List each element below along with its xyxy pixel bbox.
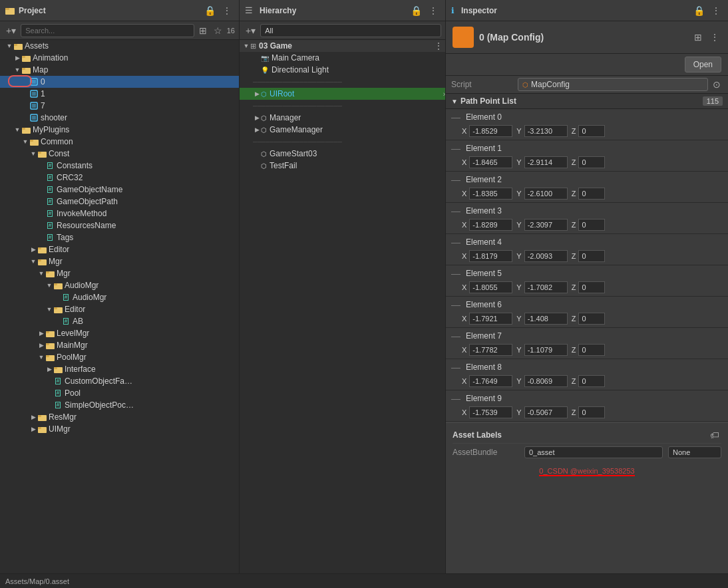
hierarchy-item-manager[interactable]: ▶ ⬡ Manager — [240, 112, 445, 124]
el9-z[interactable] — [578, 406, 605, 418]
el2-y[interactable] — [524, 188, 568, 200]
hierarchy-item-maincamera[interactable]: ▶ 📷 Main Camera — [240, 52, 445, 64]
el4-z[interactable] — [578, 250, 605, 262]
el5-y[interactable] — [524, 281, 568, 293]
element-7-header: — Element 7 — [451, 329, 723, 343]
el2-z[interactable] — [578, 188, 605, 200]
hierarchy-item-gamestart03[interactable]: ▶ ⬡ GameStart03 — [240, 148, 445, 160]
script-value-box[interactable]: ⬡ MapConfig — [518, 78, 708, 91]
el3-x[interactable] — [469, 219, 512, 231]
el4-x[interactable] — [469, 250, 512, 262]
hierarchy-item-uiroot[interactable]: ▶ ⬡ UIRoot › — [240, 88, 445, 100]
el1-z[interactable] — [578, 156, 605, 168]
hierarchy-search-input[interactable] — [260, 24, 441, 37]
el4-y[interactable] — [524, 250, 568, 262]
assets-arrow: ▼ — [5, 42, 13, 50]
tree-item-audiomgr-cs[interactable]: ▶ # AudioMgr — [0, 291, 239, 303]
tree-item-mainmgr[interactable]: ▶ MainMgr — [0, 339, 239, 351]
tree-item-tags[interactable]: ▶ # Tags — [0, 231, 239, 243]
levelmgr-folder-icon — [45, 329, 55, 338]
hierarchy-scene-menu[interactable]: ⋮ — [432, 40, 445, 52]
tree-item-gameobjectpath[interactable]: ▶ # GameObjectPath — [0, 196, 239, 208]
asset-bundle-variant[interactable]: None — [668, 446, 721, 458]
inspector-adjust-btn[interactable]: ⊞ — [692, 31, 704, 43]
project-add-btn[interactable]: +▾ — [4, 25, 18, 37]
el0-z[interactable] — [578, 125, 605, 137]
asset-labels-tag-btn[interactable]: 🏷 — [708, 429, 721, 441]
hierarchy-lock-btn[interactable]: 🔒 — [409, 5, 424, 17]
el5-z[interactable] — [578, 281, 605, 293]
tree-item-animation[interactable]: ▶ Animation — [0, 52, 239, 64]
project-search-input[interactable] — [21, 24, 194, 37]
inspector-dots-btn[interactable]: ⋮ — [708, 31, 721, 43]
tree-item-poolmgr[interactable]: ▼ PoolMgr — [0, 351, 239, 363]
hierarchy-item-testfail[interactable]: ▶ ⬡ TestFail — [240, 160, 445, 172]
tree-item-editor-inner[interactable]: ▼ Editor — [0, 303, 239, 315]
project-menu-btn[interactable]: ⋮ — [220, 5, 234, 17]
el8-y[interactable] — [524, 375, 568, 387]
project-star-btn[interactable]: ☆ — [212, 25, 224, 37]
tree-item-simpleobject[interactable]: ▶ # SimpleObjectPoc… — [0, 399, 239, 411]
tree-item-map-1[interactable]: ▶ 1 — [0, 88, 239, 100]
el2-x[interactable] — [469, 188, 512, 200]
el1-x[interactable] — [469, 156, 512, 168]
gamemanager-label: GameManager — [270, 125, 323, 134]
tree-item-myplugins[interactable]: ▼ MyPlugins — [0, 124, 239, 136]
hierarchy-toolbar: +▾ — [240, 21, 445, 40]
el1-y[interactable] — [524, 156, 568, 168]
hierarchy-add-btn[interactable]: +▾ — [244, 25, 258, 37]
el7-z[interactable] — [578, 344, 605, 356]
el6-y[interactable] — [524, 313, 568, 325]
project-layout-btn[interactable]: ⊞ — [197, 25, 209, 37]
el3-z[interactable] — [578, 219, 605, 231]
tree-item-shooter[interactable]: ▶ shooter — [0, 112, 239, 124]
tree-item-pool[interactable]: ▶ # Pool — [0, 387, 239, 399]
open-button[interactable]: Open — [685, 57, 721, 73]
tree-item-resourcesname[interactable]: ▶ # ResourcesName — [0, 220, 239, 231]
el7-x[interactable] — [469, 344, 512, 356]
hierarchy-menu-btn[interactable]: ⋮ — [427, 5, 440, 17]
tree-item-mgr-inner[interactable]: ▼ Mgr — [0, 267, 239, 279]
element-8-header: — Element 8 — [451, 361, 723, 374]
hierarchy-scene-03game[interactable]: ▼ ⊞ 03 Game ⋮ — [240, 40, 445, 52]
inspector-menu-btn[interactable]: ⋮ — [709, 5, 723, 17]
el9-y[interactable] — [524, 406, 568, 418]
tree-item-constants[interactable]: ▶ # Constants — [0, 160, 239, 172]
el6-x[interactable] — [469, 313, 512, 325]
tree-item-assets[interactable]: ▼ Assets — [0, 40, 239, 52]
tree-item-invokemethod[interactable]: ▶ # InvokeMethod — [0, 208, 239, 220]
inspector-scroll-area[interactable]: — Element 0 X Y Z — Element 1 — [446, 109, 728, 573]
el7-y[interactable] — [524, 344, 568, 356]
hierarchy-item-gamemanager[interactable]: ▶ ⬡ GameManager — [240, 124, 445, 136]
tree-item-map-0[interactable]: ▶ 0 — [0, 76, 239, 88]
el8-x[interactable] — [469, 375, 512, 387]
tree-item-audiomgr-folder[interactable]: ▼ AudioMgr — [0, 279, 239, 291]
tree-item-gameobjectname[interactable]: ▶ # GameObjectName — [0, 184, 239, 196]
tree-item-common[interactable]: ▼ Common — [0, 136, 239, 148]
inspector-lock-btn[interactable]: 🔒 — [691, 5, 707, 17]
tree-item-mgr-top[interactable]: ▼ Mgr — [0, 255, 239, 267]
tree-item-editor[interactable]: ▶ Editor — [0, 243, 239, 255]
project-lock-btn[interactable]: 🔒 — [202, 5, 218, 17]
el8-z[interactable] — [578, 375, 605, 387]
el0-x[interactable] — [469, 125, 512, 137]
el0-y[interactable] — [524, 125, 568, 137]
el7-name: Element 7 — [466, 331, 502, 341]
tree-item-ab[interactable]: ▶ # AB — [0, 315, 239, 327]
tree-item-crc32[interactable]: ▶ # CRC32 — [0, 172, 239, 184]
el6-z[interactable] — [578, 313, 605, 325]
el9-x[interactable] — [469, 406, 512, 418]
el3-y[interactable] — [524, 219, 568, 231]
tree-item-map-7[interactable]: ▶ 7 — [0, 100, 239, 112]
asset-bundle-value[interactable]: 0_asset — [524, 446, 663, 458]
tree-item-resmgr[interactable]: ▶ ResMgr — [0, 411, 239, 423]
script-settings-btn[interactable]: ⊙ — [711, 78, 723, 90]
hierarchy-item-dirlight[interactable]: ▶ 💡 Directional Light — [240, 64, 445, 76]
tree-item-uimgr[interactable]: ▶ UIMgr — [0, 423, 239, 435]
tree-item-interface[interactable]: ▶ Interface — [0, 363, 239, 375]
tree-item-map[interactable]: ▼ Map — [0, 64, 239, 76]
tree-item-customobjectfa[interactable]: ▶ # CustomObjectFa… — [0, 375, 239, 387]
el5-x[interactable] — [469, 281, 512, 293]
tree-item-levelmgr[interactable]: ▶ LevelMgr — [0, 327, 239, 339]
tree-item-const[interactable]: ▼ Const — [0, 148, 239, 160]
